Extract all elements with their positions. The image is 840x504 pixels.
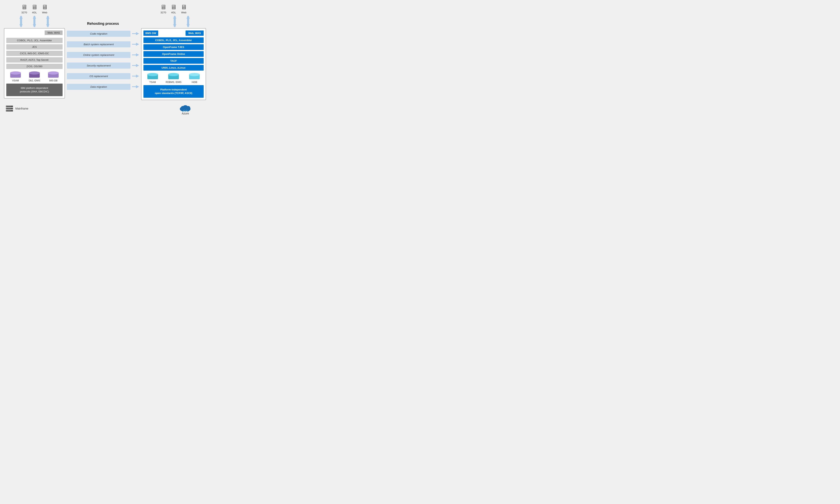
left-monitor-3270: 🖥 3270 [21, 4, 27, 14]
left-monitor-web: 🖥 Web [41, 4, 48, 14]
mainframe-bottom: Mainframe [6, 102, 28, 115]
right-bar-online: OpenFrame Online [143, 51, 204, 57]
svg-marker-10 [46, 24, 49, 27]
svg-marker-28 [186, 24, 190, 27]
right-bar-cobol: COBOL, PL/1, JCL, Assembler [143, 37, 204, 43]
right-monitor-icon-web: 🖥 [181, 4, 187, 10]
left-monitor-label-4gl: 4GL [32, 11, 37, 14]
right-monitor-web: 🖥 Web [181, 4, 187, 14]
svg-marker-22 [136, 85, 139, 88]
right-section: 🖥 3270 🖥 4GL 🖥 Web [141, 4, 206, 100]
svg-marker-7 [33, 24, 36, 27]
process-arrow-0 [132, 32, 139, 36]
process-arrow-3 [132, 64, 139, 68]
right-arrow-2 [185, 16, 191, 27]
svg-point-36 [6, 110, 7, 111]
imsdb-cylinder [48, 71, 59, 78]
svg-marker-9 [46, 16, 49, 18]
process-label-code-migration: Code migration [67, 31, 130, 37]
right-monitor-icon-3270: 🖥 [160, 4, 167, 10]
vsam-cylinder-top [10, 71, 21, 74]
right-bar-tacf: TACF [143, 58, 204, 64]
left-bar-cobol: COBOL, PL/1, JCL, Assembler [6, 38, 63, 43]
azure-bottom: Azure [178, 102, 204, 115]
bms-gw-bar: BMS GW [143, 31, 158, 36]
platform-box: Platform-independent open standards (TCP… [143, 85, 204, 98]
monitor-icon-3270: 🖥 [21, 4, 27, 10]
svg-point-30 [6, 106, 7, 107]
svg-marker-18 [136, 64, 139, 67]
rdbms-cylinder-top [168, 73, 179, 76]
bottom-row: Mainframe Azure [4, 102, 206, 115]
svg-rect-34 [7, 108, 11, 109]
process-item-data: Data migration [67, 83, 139, 91]
process-label-security: Security replacement [67, 62, 130, 69]
left-monitor-label-web: Web [42, 11, 48, 14]
right-db-tsam-label: TSAM [150, 81, 156, 84]
db2-cylinder-top [29, 71, 40, 74]
svg-marker-3 [19, 16, 23, 18]
right-db-hidb: HiDB [189, 73, 200, 84]
right-monitor-label-4gl: 4GL [171, 11, 176, 14]
azure-box: BMS GW Web, WAS COBOL, PL/1, JCL, Assemb… [141, 28, 206, 100]
ibm-platform-box: IBM platform-dependent protocols (SNA, E… [6, 84, 63, 96]
server-stack-icon [6, 106, 13, 111]
left-monitor-label-3270: 3270 [21, 11, 27, 14]
svg-marker-16 [136, 53, 139, 56]
right-bar-unix: UNIX, Linux, zLinux [143, 65, 204, 71]
left-bar-jes: JES [6, 44, 63, 50]
process-label-online: Online system replacement [67, 52, 130, 58]
left-arrow-3 [45, 16, 51, 27]
vsam-cylinder [10, 71, 21, 78]
tsam-cylinder [147, 73, 158, 80]
right-arrow-1 [172, 16, 177, 27]
left-db-imsdb-label: IMS-DB [49, 79, 57, 82]
imsdb-cylinder-top [48, 71, 59, 74]
top-row: 🖥 3270 🖥 4GL 🖥 Web [4, 4, 206, 100]
left-db-db2-label: Db2, IDMS [29, 79, 40, 82]
process-item-security: Security replacement [67, 61, 139, 70]
left-bar-cics: CICS, IMS-DC, IDMS-DC [6, 51, 63, 56]
left-arrow-1 [18, 16, 24, 27]
tsam-cylinder-top [147, 73, 158, 76]
rdbms-cylinder [168, 73, 179, 80]
process-item-batch: Batch system replacement [67, 40, 139, 49]
right-monitor-3270: 🖥 3270 [160, 4, 167, 14]
left-arrow-2 [32, 16, 37, 27]
svg-marker-4 [19, 24, 23, 27]
process-label-batch: Batch system replacement [67, 41, 130, 48]
page-container: 🖥 3270 🖥 4GL 🖥 Web [4, 4, 206, 115]
mainframe-label: Mainframe [15, 107, 28, 110]
right-db-hidb-label: HiDB [192, 81, 197, 84]
left-db-imsdb: IMS-DB [48, 71, 59, 82]
process-arrow-2 [132, 53, 139, 57]
right-db-rdbms-label: RDBMS, IDMS [166, 81, 181, 84]
right-web-was-tag: Web, WAS [186, 31, 204, 36]
hidb-cylinder [189, 73, 200, 80]
process-label-data: Data migration [67, 84, 130, 90]
left-db-vsam: VSAM [10, 71, 21, 82]
monitor-icon-4gl: 🖥 [31, 4, 38, 10]
right-db-group: TSAM RDBMS, IDMS HiD [143, 73, 204, 84]
left-section: 🖥 3270 🖥 4GL 🖥 Web [4, 4, 65, 98]
right-arrows [156, 16, 191, 27]
hidb-cylinder-top [189, 73, 200, 76]
svg-point-33 [6, 108, 7, 109]
left-db-db2: Db2, IDMS [29, 71, 40, 82]
process-arrow-5 [132, 85, 139, 89]
top-blue-bars: BMS GW Web, WAS [143, 31, 204, 36]
svg-marker-25 [173, 24, 176, 27]
right-monitor-icon-4gl: 🖥 [170, 4, 177, 10]
left-web-was-tag: Web, WAS [45, 31, 63, 35]
left-arrows [18, 16, 51, 27]
right-db-tsam: TSAM [147, 73, 158, 84]
process-arrow-1 [132, 42, 139, 46]
process-item-code-migration: Code migration [67, 29, 139, 38]
left-db-group: VSAM Db2, IDMS IMS-D [6, 71, 63, 82]
left-bar-racf: RACF, ACF2, Top Secret [6, 57, 63, 62]
svg-marker-12 [136, 32, 139, 35]
svg-marker-24 [173, 16, 176, 18]
right-monitor-group: 🖥 3270 🖥 4GL 🖥 Web [160, 4, 187, 14]
process-item-online: Online system replacement [67, 51, 139, 59]
process-item-os: OS replacement [67, 72, 139, 80]
